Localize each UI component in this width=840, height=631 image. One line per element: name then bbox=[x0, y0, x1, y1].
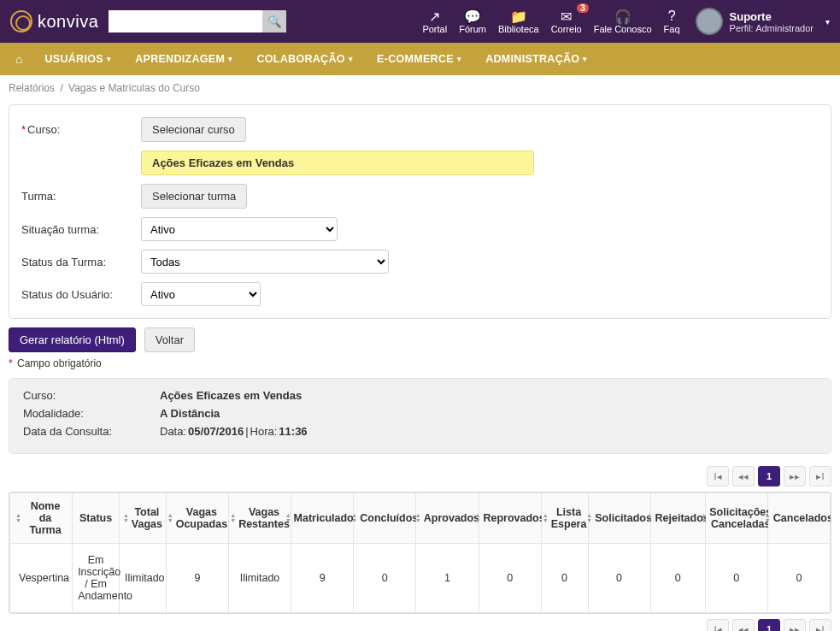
curso-selected: Ações Eficazes em Vendas bbox=[141, 150, 534, 175]
brand-swirl-icon bbox=[10, 10, 32, 32]
nav-fale-conosco[interactable]: 🎧 Fale Conosco bbox=[594, 9, 652, 34]
headset-icon: 🎧 bbox=[614, 9, 631, 24]
page-first-button[interactable]: I◂ bbox=[707, 619, 729, 631]
cell-solicitados: 0 bbox=[588, 544, 650, 613]
page-number-button[interactable]: 1 bbox=[758, 466, 780, 487]
nav-correio[interactable]: ✉ 3 Correio bbox=[551, 9, 582, 34]
th-cancelados[interactable]: ▲▼Cancelados bbox=[767, 493, 830, 544]
page-last-button[interactable]: ▸I bbox=[809, 466, 831, 487]
cell-nome-turma: Vespertina bbox=[10, 544, 73, 613]
required-note: * Campo obrigatório bbox=[9, 357, 831, 369]
info-time-value: 11:36 bbox=[279, 425, 307, 438]
user-menu[interactable]: Suporte Perfil: Administrador ▾ bbox=[696, 8, 830, 35]
cell-concluidos: 0 bbox=[354, 544, 416, 613]
cell-reprovados: 0 bbox=[479, 544, 541, 613]
nav-label: Fórum bbox=[459, 24, 486, 34]
menu-administracao[interactable]: ADMINISTRAÇÃO▾ bbox=[475, 53, 597, 65]
page-number-button[interactable]: 1 bbox=[758, 619, 780, 631]
info-date-value: 05/07/2016 bbox=[188, 425, 244, 438]
main-menu: ⌂ USUÁRIOS▾ APRENDIZAGEM▾ COLABORAÇÃO▾ E… bbox=[0, 43, 840, 75]
th-vagas-ocupadas[interactable]: ▲▼Vagas Ocupadas bbox=[166, 493, 228, 544]
cell-rejeitados: 0 bbox=[650, 544, 705, 613]
home-icon[interactable]: ⌂ bbox=[7, 52, 31, 66]
cell-matriculados: 9 bbox=[291, 544, 354, 613]
menu-ecommerce[interactable]: E-COMMERCE▾ bbox=[367, 53, 472, 65]
cell-lista-espera: 0 bbox=[541, 544, 588, 613]
report-info-box: Curso: Ações Eficazes em Vendas Modalida… bbox=[9, 378, 831, 454]
menu-label: APRENDIZAGEM bbox=[135, 53, 225, 65]
user-role: Perfil: Administrador bbox=[730, 23, 814, 33]
th-rejeitados[interactable]: ▲▼Rejeitados bbox=[650, 493, 705, 544]
th-concluidos[interactable]: ▲▼Concluídos bbox=[354, 493, 416, 544]
th-reprovados[interactable]: ▲▼Reprovados bbox=[479, 493, 541, 544]
global-search: 🔍 bbox=[109, 10, 286, 32]
avatar bbox=[696, 8, 723, 35]
th-solicitacoes-canceladas[interactable]: ▲▼Solicitações Canceladas bbox=[705, 493, 767, 544]
portal-icon: ↗ bbox=[429, 9, 440, 24]
th-solicitados[interactable]: ▲▼Solicitados bbox=[588, 493, 650, 544]
th-status[interactable]: Status bbox=[73, 493, 120, 544]
nav-biblioteca[interactable]: 📁 Biblioteca bbox=[498, 9, 539, 34]
turma-label: Turma: bbox=[21, 190, 141, 203]
info-curso-value: Ações Eficazes em Vendas bbox=[160, 389, 302, 402]
search-button[interactable]: 🔍 bbox=[262, 10, 286, 32]
breadcrumb: Relatórios / Vagas e Matrículas do Curso bbox=[0, 75, 840, 101]
cell-aprovados: 1 bbox=[416, 544, 479, 613]
situacao-turma-label: Situação turma: bbox=[21, 223, 141, 236]
gerar-relatorio-button[interactable]: Gerar relatório (Html) bbox=[9, 327, 136, 352]
situacao-turma-select[interactable]: Ativo bbox=[141, 217, 338, 241]
selecionar-turma-button[interactable]: Selecionar turma bbox=[141, 184, 247, 209]
top-header: konviva 🔍 ↗ Portal 💬 Fórum 📁 Biblioteca … bbox=[0, 0, 840, 43]
menu-colaboracao[interactable]: COLABORAÇÃO▾ bbox=[246, 53, 363, 65]
pagination-top: I◂ ◂◂ 1 ▸▸ ▸I bbox=[9, 466, 831, 487]
chevron-down-icon: ▾ bbox=[583, 55, 587, 63]
search-input[interactable] bbox=[109, 10, 262, 32]
voltar-button[interactable]: Voltar bbox=[144, 327, 195, 352]
page-prev-button[interactable]: ◂◂ bbox=[732, 466, 755, 487]
chevron-down-icon: ▾ bbox=[825, 17, 830, 27]
user-name: Suporte bbox=[730, 10, 814, 23]
page-first-button[interactable]: I◂ bbox=[707, 466, 729, 487]
search-icon: 🔍 bbox=[267, 15, 282, 28]
th-lista-espera[interactable]: ▲▼Lista Espera bbox=[541, 493, 588, 544]
nav-portal[interactable]: ↗ Portal bbox=[422, 9, 447, 34]
status-usuario-select[interactable]: Ativo bbox=[141, 282, 261, 306]
breadcrumb-page: Vagas e Matrículas do Curso bbox=[68, 82, 200, 94]
menu-aprendizagem[interactable]: APRENDIZAGEM▾ bbox=[125, 53, 243, 65]
th-aprovados[interactable]: ▲▼Aprovados bbox=[416, 493, 479, 544]
th-matriculados[interactable]: ▲▼Matriculados bbox=[291, 493, 354, 544]
cell-solicitacoes-canceladas: 0 bbox=[705, 544, 767, 613]
chevron-down-icon: ▾ bbox=[228, 55, 232, 63]
filter-panel: *Curso: Selecionar curso Ações Eficazes … bbox=[9, 104, 831, 319]
th-vagas-restantes[interactable]: ▲▼Vagas Restantes bbox=[228, 493, 291, 544]
chevron-down-icon: ▾ bbox=[349, 55, 353, 63]
nav-faq[interactable]: ? Faq bbox=[664, 9, 680, 34]
table-row: Vespertina Em Inscrição / Em Andamento I… bbox=[10, 544, 831, 613]
info-data-consulta-label: Data da Consulta: bbox=[23, 425, 160, 438]
nav-label: Correio bbox=[551, 24, 582, 34]
th-total-vagas[interactable]: ▲▼Total Vagas bbox=[119, 493, 166, 544]
menu-usuarios[interactable]: USUÁRIOS▾ bbox=[34, 53, 121, 65]
th-nome-turma[interactable]: ▲▼Nome da Turma bbox=[10, 493, 73, 544]
page-prev-button[interactable]: ◂◂ bbox=[732, 619, 755, 631]
status-turma-select[interactable]: Todas bbox=[141, 250, 389, 274]
breadcrumb-root[interactable]: Relatórios bbox=[9, 82, 55, 94]
pagination-bottom: I◂ ◂◂ 1 ▸▸ ▸I bbox=[9, 619, 831, 631]
nav-forum[interactable]: 💬 Fórum bbox=[459, 9, 486, 34]
nav-label: Faq bbox=[664, 24, 680, 34]
table-header-row: ▲▼Nome da Turma Status ▲▼Total Vagas ▲▼V… bbox=[10, 493, 831, 544]
library-icon: 📁 bbox=[510, 9, 527, 24]
chevron-down-icon: ▾ bbox=[107, 55, 111, 63]
nav-label: Portal bbox=[422, 24, 447, 34]
mail-icon: ✉ bbox=[561, 9, 572, 24]
results-table: ▲▼Nome da Turma Status ▲▼Total Vagas ▲▼V… bbox=[9, 492, 831, 614]
page-next-button[interactable]: ▸▸ bbox=[784, 466, 806, 487]
page-last-button[interactable]: ▸I bbox=[809, 619, 831, 631]
selecionar-curso-button[interactable]: Selecionar curso bbox=[141, 117, 246, 142]
cell-vagas-ocupadas: 9 bbox=[166, 544, 228, 613]
top-nav-icons: ↗ Portal 💬 Fórum 📁 Biblioteca ✉ 3 Correi… bbox=[422, 9, 679, 34]
menu-label: E-COMMERCE bbox=[377, 53, 454, 65]
forum-icon: 💬 bbox=[464, 9, 481, 24]
page-next-button[interactable]: ▸▸ bbox=[784, 619, 806, 631]
brand-logo[interactable]: konviva bbox=[10, 10, 98, 32]
